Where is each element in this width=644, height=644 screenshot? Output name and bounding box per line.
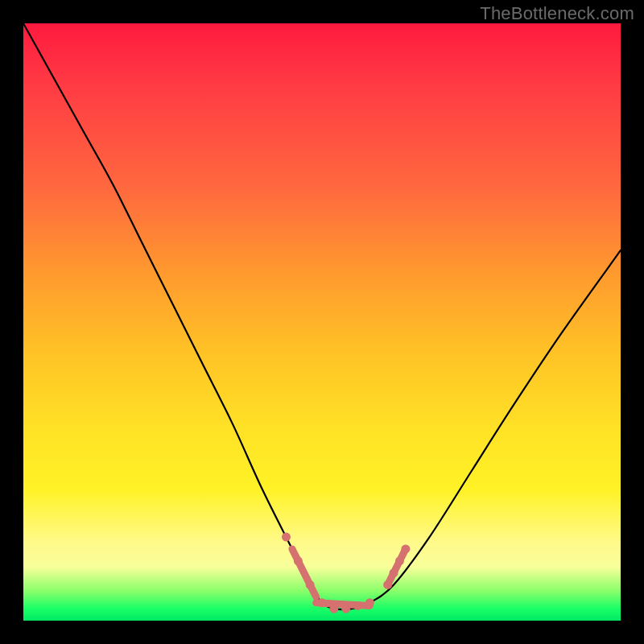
marker-dot [306, 580, 315, 589]
marker-dot [383, 580, 392, 589]
curve-svg [23, 23, 621, 621]
marker-dot [329, 605, 338, 613]
marker-dot [365, 598, 374, 607]
watermark-text: TheBottleneck.com [480, 3, 634, 24]
marker-dot [390, 568, 398, 577]
bottleneck-curve [23, 23, 621, 609]
marker-dot [395, 556, 404, 565]
marker-segment [292, 549, 316, 597]
marker-dot [401, 544, 410, 553]
marker-segments [292, 549, 406, 605]
marker-dot [282, 533, 291, 542]
marker-segment [388, 549, 406, 585]
marker-dot [341, 605, 350, 613]
marker-dot [353, 601, 362, 610]
plot-area [23, 23, 621, 621]
marker-dot [318, 598, 327, 607]
outer-frame: TheBottleneck.com [0, 0, 644, 644]
marker-dot [294, 556, 303, 565]
